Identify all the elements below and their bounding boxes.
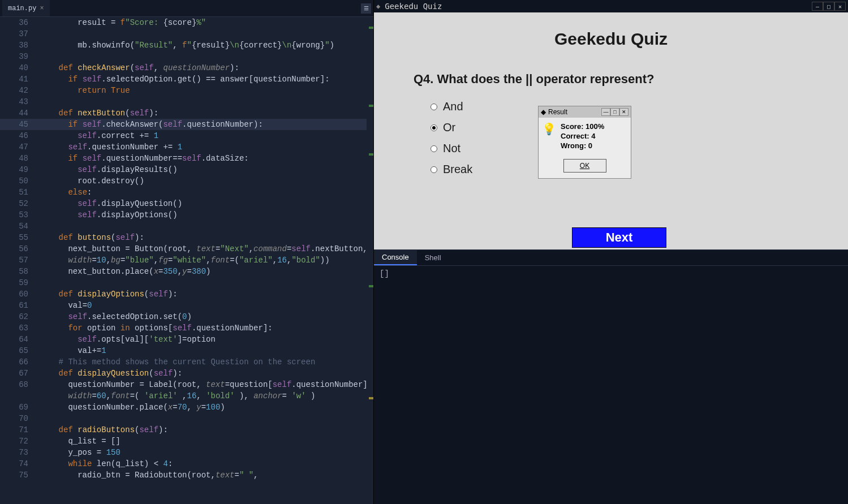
code-content[interactable]: self.selectedOption.set(0) <box>40 311 373 322</box>
code-content[interactable]: questionNumber.place(x=70, y=100) <box>40 402 373 413</box>
dialog-minimize-icon[interactable]: — <box>601 108 610 116</box>
code-line[interactable]: 45 if self.checkAnswer(self.questionNumb… <box>0 119 373 130</box>
code-line[interactable]: 70 <box>0 413 373 424</box>
radio-icon[interactable] <box>431 145 437 152</box>
dialog-maximize-icon[interactable]: □ <box>610 108 619 116</box>
code-content[interactable]: if self.questionNumber==self.dataSize: <box>40 153 373 164</box>
code-content[interactable]: if self.selectedOption.get() == answer[q… <box>40 74 373 85</box>
file-tab-main-py[interactable]: main.py × <box>2 0 50 16</box>
code-line[interactable]: 73 y_pos = 150 <box>0 447 373 458</box>
code-line[interactable]: 40 def checkAnswer(self, questionNumber)… <box>0 62 373 74</box>
code-line[interactable]: 47 self.questionNumber += 1 <box>0 141 373 153</box>
code-content[interactable]: while len(q_list) < 4: <box>40 458 373 469</box>
radio-option-break[interactable]: Break <box>431 163 472 176</box>
code-content[interactable]: else: <box>40 187 373 198</box>
code-line[interactable]: 72 q_list = [] <box>0 436 373 447</box>
code-line[interactable]: 44 def nextButton(self): <box>0 107 373 119</box>
code-line[interactable]: 69 questionNumber.place(x=70, y=100) <box>0 402 373 413</box>
code-content[interactable] <box>40 277 373 288</box>
code-content[interactable]: self.displayQuestion() <box>40 198 373 209</box>
code-content[interactable]: def nextButton(self): <box>40 107 373 119</box>
code-content[interactable]: result = f"Score: {score}%" <box>40 17 373 28</box>
radio-icon[interactable] <box>431 124 437 131</box>
code-content[interactable]: y_pos = 150 <box>40 447 373 458</box>
code-line[interactable]: 42 return True <box>0 85 373 96</box>
code-line[interactable]: 54 <box>0 221 373 232</box>
code-content[interactable]: def radioButtons(self): <box>40 424 373 436</box>
code-line[interactable]: 41 if self.selectedOption.get() == answe… <box>0 74 373 85</box>
code-content[interactable] <box>40 96 373 107</box>
code-content[interactable]: self.displayOptions() <box>40 209 373 221</box>
code-content[interactable]: mb.showinfo("Result", f"{result}\n{corre… <box>40 40 373 51</box>
radio-icon[interactable] <box>431 104 437 110</box>
code-content[interactable] <box>40 221 373 232</box>
code-line[interactable]: 55 def buttons(self): <box>0 232 373 243</box>
code-content[interactable]: root.destroy() <box>40 175 373 187</box>
code-content[interactable] <box>40 51 373 62</box>
code-content[interactable]: self.opts[val]['text']=option <box>40 334 373 345</box>
next-button[interactable]: Next <box>572 227 666 248</box>
code-line[interactable]: 67 def displayQuestion(self): <box>0 368 373 379</box>
minimize-icon[interactable]: — <box>812 2 823 11</box>
code-content[interactable]: def displayQuestion(self): <box>40 368 373 379</box>
code-content[interactable]: # This method shows the current Question… <box>40 356 373 368</box>
code-content[interactable] <box>40 413 373 424</box>
maximize-icon[interactable]: □ <box>823 2 834 11</box>
code-content[interactable]: for option in options[self.questionNumbe… <box>40 322 373 334</box>
code-line[interactable]: 57 width=10,bg="blue",fg="white",font=("… <box>0 255 373 266</box>
code-line[interactable]: 48 if self.questionNumber==self.dataSize… <box>0 153 373 164</box>
code-line[interactable]: 51 else: <box>0 187 373 198</box>
code-line[interactable]: 59 <box>0 277 373 288</box>
code-content[interactable]: q_list = [] <box>40 436 373 447</box>
code-line[interactable]: 64 self.opts[val]['text']=option <box>0 334 373 345</box>
code-line[interactable]: 50 root.destroy() <box>0 175 373 187</box>
console-tab-shell[interactable]: Shell <box>417 250 449 265</box>
ok-button[interactable]: OK <box>563 159 606 173</box>
code-line[interactable]: 36 result = f"Score: {score}%" <box>0 17 373 28</box>
code-area[interactable]: 36 result = f"Score: {score}%"3738 mb.sh… <box>0 17 373 504</box>
code-line[interactable]: 61 val=0 <box>0 300 373 311</box>
tab-options-icon[interactable]: ☰ <box>361 3 371 14</box>
console-tab-console[interactable]: Console <box>374 250 417 265</box>
code-line[interactable]: 75 radio_btn = Radiobutton(root,text=" "… <box>0 469 373 481</box>
code-line[interactable]: 60 def displayOptions(self): <box>0 288 373 300</box>
radio-option-or[interactable]: Or <box>431 121 472 134</box>
radio-option-not[interactable]: Not <box>431 142 472 155</box>
code-content[interactable]: if self.checkAnswer(self.questionNumber)… <box>40 119 373 130</box>
code-content[interactable] <box>40 28 373 40</box>
code-content[interactable]: next_button.place(x=350,y=380) <box>40 266 373 277</box>
radio-icon[interactable] <box>431 166 437 173</box>
code-line[interactable]: 65 val+=1 <box>0 345 373 356</box>
code-line[interactable]: 37 <box>0 28 373 40</box>
code-line[interactable]: 46 self.correct += 1 <box>0 130 373 141</box>
code-line[interactable]: 39 <box>0 51 373 62</box>
code-content[interactable]: self.correct += 1 <box>40 130 373 141</box>
code-content[interactable]: radio_btn = Radiobutton(root,text=" ", <box>40 469 373 481</box>
code-line[interactable]: 71 def radioButtons(self): <box>0 424 373 436</box>
code-content[interactable]: val=0 <box>40 300 373 311</box>
code-line[interactable]: 62 self.selectedOption.set(0) <box>0 311 373 322</box>
code-line[interactable]: 63 for option in options[self.questionNu… <box>0 322 373 334</box>
code-content[interactable]: return True <box>40 85 373 96</box>
code-content[interactable]: val+=1 <box>40 345 373 356</box>
close-window-icon[interactable]: ✕ <box>834 2 846 11</box>
code-content[interactable]: def checkAnswer(self, questionNumber): <box>40 62 373 74</box>
code-line[interactable]: 52 self.displayQuestion() <box>0 198 373 209</box>
code-line[interactable]: 43 <box>0 96 373 107</box>
code-content[interactable]: questionNumber = Label(root, text=questi… <box>40 379 373 402</box>
console-output[interactable]: [] <box>374 266 848 504</box>
radio-option-and[interactable]: And <box>431 100 472 113</box>
result-titlebar[interactable]: ◆ Result — □ ✕ <box>539 106 631 118</box>
code-line[interactable]: 53 self.displayOptions() <box>0 209 373 221</box>
code-content[interactable]: width=10,bg="blue",fg="white",font=("ari… <box>40 255 373 266</box>
close-icon[interactable]: × <box>40 5 44 12</box>
code-content[interactable]: self.displayResults() <box>40 164 373 175</box>
dialog-close-icon[interactable]: ✕ <box>619 108 629 116</box>
code-line[interactable]: 68 questionNumber = Label(root, text=que… <box>0 379 373 402</box>
code-content[interactable]: def buttons(self): <box>40 232 373 243</box>
code-line[interactable]: 74 while len(q_list) < 4: <box>0 458 373 469</box>
code-line[interactable]: 56 next_button = Button(root, text="Next… <box>0 243 373 255</box>
tk-titlebar[interactable]: ◆ Geekedu Quiz — □ ✕ <box>374 0 848 12</box>
code-content[interactable]: def displayOptions(self): <box>40 288 373 300</box>
code-line[interactable]: 49 self.displayResults() <box>0 164 373 175</box>
